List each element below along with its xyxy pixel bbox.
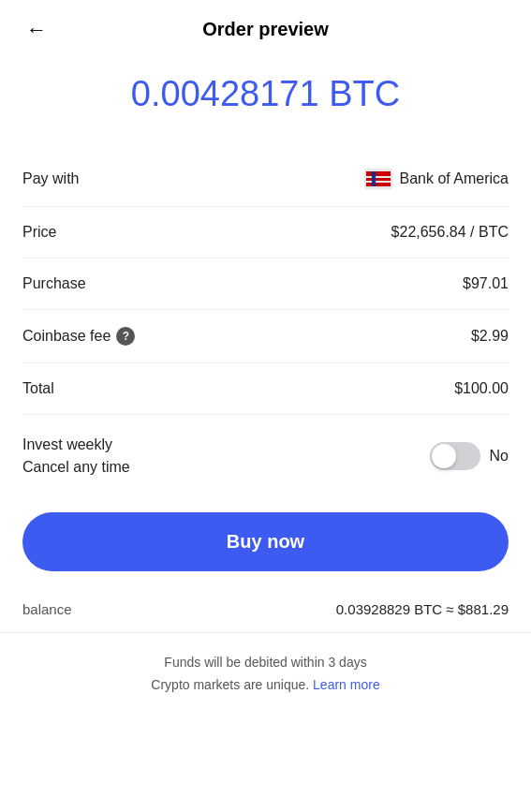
learn-more-link[interactable]: Learn more: [313, 677, 380, 692]
btc-amount-section: 0.00428171 BTC: [0, 59, 531, 152]
fee-row: Coinbase fee ? $2.99: [22, 310, 509, 363]
bank-row[interactable]: Bank of America: [364, 169, 509, 189]
toggle-track: [430, 442, 480, 470]
invest-weekly-row: Invest weekly Cancel any time No: [22, 415, 509, 497]
total-row: Total $100.00: [22, 363, 509, 415]
pay-with-value: Bank of America: [400, 170, 509, 187]
balance-label: balance: [22, 601, 72, 617]
price-label: Price: [22, 224, 56, 241]
total-label: Total: [22, 380, 54, 397]
pay-with-label: Pay with: [22, 170, 79, 187]
invest-weekly-toggle[interactable]: [430, 442, 480, 470]
toggle-status: No: [490, 448, 509, 465]
fee-value: $2.99: [471, 328, 509, 345]
details-section: Pay with Bank of America Price $22,656.8…: [0, 152, 531, 497]
footer-text: Funds will be debited within 3 days Cryp…: [0, 633, 531, 716]
boa-logo-icon: [364, 169, 392, 189]
svg-rect-3: [366, 183, 391, 186]
balance-row: balance 0.03928829 BTC ≈ $881.29: [0, 586, 531, 632]
svg-rect-2: [366, 178, 391, 181]
invest-label: Invest weekly Cancel any time: [22, 434, 130, 479]
total-value: $100.00: [454, 380, 509, 397]
fee-help-icon[interactable]: ?: [116, 327, 135, 346]
header: ← Order preview: [0, 0, 531, 59]
btc-amount-value: 0.00428171 BTC: [131, 74, 400, 113]
purchase-label: Purchase: [22, 275, 86, 292]
svg-rect-1: [366, 171, 391, 176]
page-title: Order preview: [202, 19, 329, 40]
purchase-value: $97.01: [463, 275, 509, 292]
footer-line2: Crypto markets are unique. Learn more: [22, 674, 509, 697]
purchase-row: Purchase $97.01: [22, 258, 509, 310]
price-value: $22,656.84 / BTC: [391, 224, 509, 241]
pay-with-row: Pay with Bank of America: [22, 152, 509, 207]
back-button[interactable]: ←: [22, 14, 51, 46]
toggle-thumb: [432, 444, 456, 468]
balance-value: 0.03928829 BTC ≈ $881.29: [336, 601, 509, 617]
footer-line1: Funds will be debited within 3 days: [22, 652, 509, 674]
invest-right: No: [430, 442, 509, 470]
buy-now-button[interactable]: Buy now: [22, 512, 509, 571]
price-row: Price $22,656.84 / BTC: [22, 207, 509, 258]
fee-label: Coinbase fee ?: [22, 327, 135, 346]
